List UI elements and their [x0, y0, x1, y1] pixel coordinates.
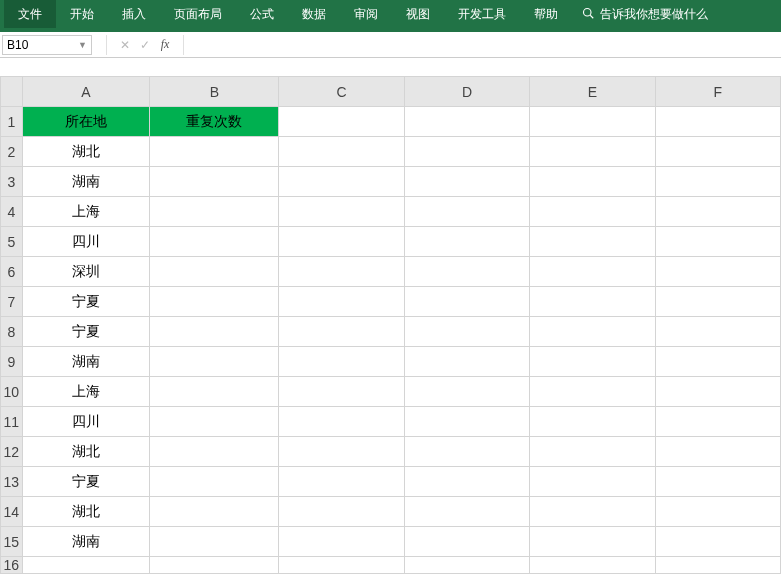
cell-B12[interactable] — [150, 437, 279, 467]
cell-F9[interactable] — [655, 347, 780, 377]
cell-D6[interactable] — [404, 257, 529, 287]
cell-D4[interactable] — [404, 197, 529, 227]
cell-A14[interactable]: 湖北 — [22, 497, 150, 527]
row-header-15[interactable]: 15 — [1, 527, 23, 557]
cell-A12[interactable]: 湖北 — [22, 437, 150, 467]
tab-formulas[interactable]: 公式 — [236, 0, 288, 28]
cell-A10[interactable]: 上海 — [22, 377, 150, 407]
select-all-corner[interactable] — [1, 77, 23, 107]
cell-D5[interactable] — [404, 227, 529, 257]
cell-A4[interactable]: 上海 — [22, 197, 150, 227]
cell-A2[interactable]: 湖北 — [22, 137, 150, 167]
tab-view[interactable]: 视图 — [392, 0, 444, 28]
cell-E6[interactable] — [530, 257, 655, 287]
cell-F15[interactable] — [655, 527, 780, 557]
formula-input[interactable] — [192, 35, 781, 55]
col-header-F[interactable]: F — [655, 77, 780, 107]
cell-A16[interactable] — [22, 557, 150, 574]
cell-B5[interactable] — [150, 227, 279, 257]
cell-C5[interactable] — [279, 227, 404, 257]
cell-E10[interactable] — [530, 377, 655, 407]
cell-D16[interactable] — [404, 557, 529, 574]
spreadsheet-grid[interactable]: A B C D E F 1 所在地 重复次数 2湖北 3湖南 4上海 5四川 6… — [0, 76, 781, 581]
cell-A8[interactable]: 宁夏 — [22, 317, 150, 347]
cell-E4[interactable] — [530, 197, 655, 227]
cell-B10[interactable] — [150, 377, 279, 407]
cell-B1[interactable]: 重复次数 — [150, 107, 279, 137]
cell-C7[interactable] — [279, 287, 404, 317]
cell-D2[interactable] — [404, 137, 529, 167]
row-header-5[interactable]: 5 — [1, 227, 23, 257]
cell-B2[interactable] — [150, 137, 279, 167]
cell-A13[interactable]: 宁夏 — [22, 467, 150, 497]
cell-D12[interactable] — [404, 437, 529, 467]
row-header-8[interactable]: 8 — [1, 317, 23, 347]
tab-review[interactable]: 审阅 — [340, 0, 392, 28]
row-header-4[interactable]: 4 — [1, 197, 23, 227]
cell-D11[interactable] — [404, 407, 529, 437]
cell-B13[interactable] — [150, 467, 279, 497]
cell-D7[interactable] — [404, 287, 529, 317]
row-header-10[interactable]: 10 — [1, 377, 23, 407]
cell-E3[interactable] — [530, 167, 655, 197]
cell-C15[interactable] — [279, 527, 404, 557]
cell-B4[interactable] — [150, 197, 279, 227]
row-header-9[interactable]: 9 — [1, 347, 23, 377]
cell-A9[interactable]: 湖南 — [22, 347, 150, 377]
cell-F5[interactable] — [655, 227, 780, 257]
cell-F4[interactable] — [655, 197, 780, 227]
cancel-button[interactable]: ✕ — [115, 35, 135, 55]
cell-B6[interactable] — [150, 257, 279, 287]
cell-C4[interactable] — [279, 197, 404, 227]
cell-E8[interactable] — [530, 317, 655, 347]
cell-A15[interactable]: 湖南 — [22, 527, 150, 557]
cell-E11[interactable] — [530, 407, 655, 437]
chevron-down-icon[interactable]: ▼ — [78, 40, 87, 50]
col-header-E[interactable]: E — [530, 77, 655, 107]
cell-F13[interactable] — [655, 467, 780, 497]
cell-B8[interactable] — [150, 317, 279, 347]
cell-B9[interactable] — [150, 347, 279, 377]
cell-C13[interactable] — [279, 467, 404, 497]
cell-D10[interactable] — [404, 377, 529, 407]
cell-F6[interactable] — [655, 257, 780, 287]
cell-B16[interactable] — [150, 557, 279, 574]
cell-C8[interactable] — [279, 317, 404, 347]
cell-D9[interactable] — [404, 347, 529, 377]
cell-A3[interactable]: 湖南 — [22, 167, 150, 197]
cell-B14[interactable] — [150, 497, 279, 527]
cell-F3[interactable] — [655, 167, 780, 197]
row-header-12[interactable]: 12 — [1, 437, 23, 467]
tell-me-search[interactable]: 告诉我你想要做什么 — [572, 6, 718, 23]
cell-B7[interactable] — [150, 287, 279, 317]
cell-E2[interactable] — [530, 137, 655, 167]
cell-A5[interactable]: 四川 — [22, 227, 150, 257]
cell-E7[interactable] — [530, 287, 655, 317]
cell-D14[interactable] — [404, 497, 529, 527]
tab-insert[interactable]: 插入 — [108, 0, 160, 28]
confirm-button[interactable]: ✓ — [135, 35, 155, 55]
cell-F8[interactable] — [655, 317, 780, 347]
cell-F11[interactable] — [655, 407, 780, 437]
cell-D8[interactable] — [404, 317, 529, 347]
tab-home[interactable]: 开始 — [56, 0, 108, 28]
cell-A6[interactable]: 深圳 — [22, 257, 150, 287]
cell-B15[interactable] — [150, 527, 279, 557]
row-header-6[interactable]: 6 — [1, 257, 23, 287]
cell-F12[interactable] — [655, 437, 780, 467]
cell-C2[interactable] — [279, 137, 404, 167]
row-header-11[interactable]: 11 — [1, 407, 23, 437]
row-header-14[interactable]: 14 — [1, 497, 23, 527]
cell-F10[interactable] — [655, 377, 780, 407]
row-header-7[interactable]: 7 — [1, 287, 23, 317]
cell-D1[interactable] — [404, 107, 529, 137]
row-header-16[interactable]: 16 — [1, 557, 23, 574]
tab-data[interactable]: 数据 — [288, 0, 340, 28]
cell-C9[interactable] — [279, 347, 404, 377]
row-header-3[interactable]: 3 — [1, 167, 23, 197]
cell-B11[interactable] — [150, 407, 279, 437]
cell-E9[interactable] — [530, 347, 655, 377]
cell-C3[interactable] — [279, 167, 404, 197]
col-header-B[interactable]: B — [150, 77, 279, 107]
fx-button[interactable]: fx — [155, 35, 175, 55]
